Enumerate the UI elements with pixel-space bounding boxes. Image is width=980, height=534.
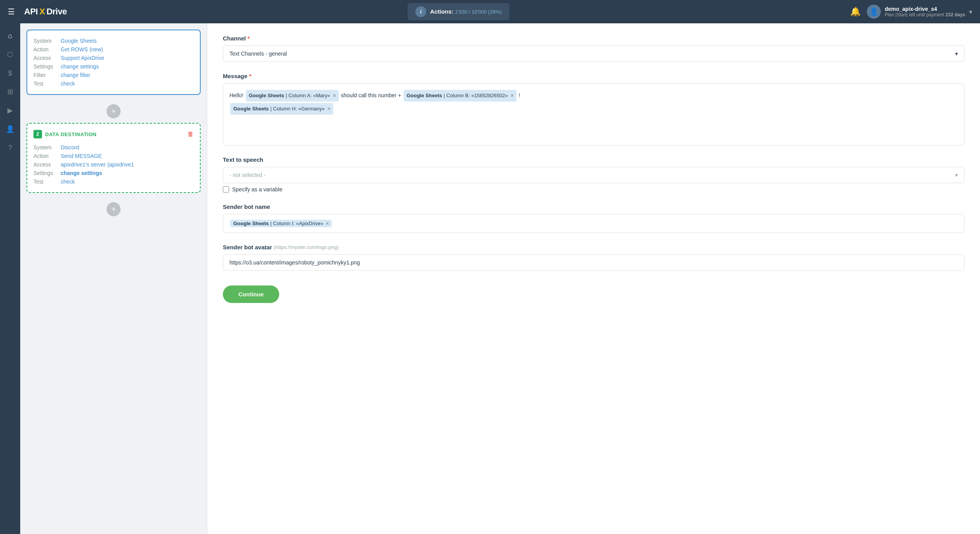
test-value[interactable]: check [61,81,75,87]
main-layout: ⌂ ⬡ $ ⊞ ▶ 👤 ? System Google Sheets Actio… [0,23,980,534]
actions-count: 2'930 / 10'000 (29%) [455,9,502,15]
message-hello: Hello! [229,92,245,98]
filter-label: Filter [33,72,61,78]
header: ☰ APIXDrive i Actions: 2'930 / 10'000 (2… [0,0,980,23]
chevron-down-icon[interactable]: ▾ [969,8,972,16]
channel-dropdown[interactable]: Text Channels - general ▾ [223,46,964,62]
sidebar-item-apps[interactable]: ⊞ [2,84,18,100]
dest-system-value[interactable]: Discord [61,144,79,151]
bell-icon[interactable]: 🔔 [850,7,861,17]
settings-value[interactable]: change settings [61,63,99,70]
add-connector-1: + [26,101,201,121]
dest-row-action: Action Send MESSAGE [33,152,194,160]
message-chip-1[interactable]: Google Sheets | Column A: «Mary» ✕ [246,90,339,102]
dest-settings-value[interactable]: change settings [61,170,102,176]
user-details: demo_apix-drive_s4 Plan |Start| left unt… [885,6,965,18]
chip-close-2[interactable]: ✕ [510,91,514,100]
right-panel: Channel * Text Channels - general ▾ Mess… [207,23,980,534]
delete-icon[interactable]: 🗑 [187,131,194,138]
chip-col-2: | Column B: «15852826502» [444,91,508,101]
sidebar-item-help[interactable]: ? [2,140,18,156]
chip-col-3: | Column H: «Germany» [270,104,325,114]
sidebar-item-video[interactable]: ▶ [2,103,18,118]
destination-card: 2 DATA DESTINATION 🗑 System Discord Acti… [26,123,201,193]
settings-label: Settings [33,63,61,70]
dest-access-value[interactable]: apixdrive1's server (apixdrive1 [61,161,134,168]
action-value[interactable]: Get ROWS (new) [61,46,103,53]
avatar: 👤 [867,5,881,19]
sender-bot-avatar-input[interactable] [223,254,964,271]
message-chip-2[interactable]: Google Sheets | Column B: «15852826502» … [404,90,516,102]
dest-test-value[interactable]: check [61,179,75,185]
add-button-1[interactable]: + [107,104,121,118]
specify-variable-checkbox[interactable] [223,186,229,193]
dest-action-label: Action [33,153,61,159]
message-required-star: * [249,73,251,79]
dest-action-value[interactable]: Send MESSAGE [61,153,102,159]
sender-chip-service: Google Sheets [233,221,269,226]
text-to-speech-dropdown[interactable]: - not selected - ▾ [223,167,964,183]
message-label: Message * [223,73,964,79]
specify-variable-label: Specify as a variable [232,186,282,193]
access-label: Access [33,55,61,61]
required-star: * [247,35,250,42]
chip-close-1[interactable]: ✕ [332,91,336,100]
actions-info: Actions: 2'930 / 10'000 (29%) [430,8,502,15]
user-plan: Plan |Start| left until payment 232 days [885,12,965,18]
sender-bot-name-section: Sender bot name Google Sheets | Column I… [223,203,964,233]
dest-settings-label: Settings [33,170,61,176]
logo-api: API [24,7,38,17]
card-row-test: Test check [33,79,194,88]
menu-icon[interactable]: ☰ [8,7,15,16]
user-info[interactable]: 👤 demo_apix-drive_s4 Plan |Start| left u… [867,5,972,19]
sender-bot-name-input[interactable]: Google Sheets | Column I: «ApixDrive» ✕ [223,214,964,233]
add-button-2[interactable]: + [107,202,121,216]
text-to-speech-label: Text to speech [223,156,964,163]
sender-bot-chip[interactable]: Google Sheets | Column I: «ApixDrive» ✕ [230,220,332,227]
add-connector-2: + [26,199,201,219]
sidebar-item-billing[interactable]: $ [2,65,18,81]
card-row-system: System Google Sheets [33,37,194,45]
chip-col-1: | Column A: «Mary» [286,91,330,101]
chip-service-1: Google Sheets [249,91,284,101]
chip-close-3[interactable]: ✕ [327,104,331,114]
channel-section: Channel * Text Channels - general ▾ [223,35,964,62]
access-value[interactable]: Support ApixDrive [61,55,104,61]
filter-value[interactable]: change filter [61,72,90,78]
sender-chip-col: | Column I: «ApixDrive» [270,221,323,226]
header-right: 🔔 👤 demo_apix-drive_s4 Plan |Start| left… [850,5,972,19]
info-icon: i [415,6,426,17]
destination-header: 2 DATA DESTINATION 🗑 [33,130,194,138]
left-panel: System Google Sheets Action Get ROWS (ne… [20,23,207,534]
header-center: i Actions: 2'930 / 10'000 (29%) [73,3,844,20]
system-value[interactable]: Google Sheets [61,38,97,44]
badge-label: DATA DESTINATION [45,131,96,137]
chip-service-3: Google Sheets [233,104,269,114]
dest-row-system: System Discord [33,143,194,152]
message-area[interactable]: Hello! Google Sheets | Column A: «Mary» … [223,83,964,145]
channel-chevron-icon: ▾ [955,51,958,57]
dest-row-access: Access apixdrive1's server (apixdrive1 [33,160,194,169]
continue-button[interactable]: Continue [223,285,279,303]
user-name: demo_apix-drive_s4 [885,6,965,12]
channel-label: Channel * [223,35,964,42]
sidebar-item-home[interactable]: ⌂ [2,28,18,44]
text-to-speech-section: Text to speech - not selected - ▾ Specif… [223,156,964,193]
system-label: System [33,38,61,44]
chip-service-2: Google Sheets [407,91,442,101]
actions-label: Actions: [430,8,453,15]
sidebar-item-user[interactable]: 👤 [2,121,18,137]
text-to-speech-value: - not selected - [229,172,266,178]
message-chip-3[interactable]: Google Sheets | Column H: «Germany» ✕ [230,103,333,115]
sender-chip-close[interactable]: ✕ [326,221,329,226]
logo-x: X [39,7,45,17]
card-row-filter: Filter change filter [33,71,194,79]
action-label: Action [33,46,61,53]
actions-badge: i Actions: 2'930 / 10'000 (29%) [408,3,509,20]
sidebar-item-diagram[interactable]: ⬡ [2,47,18,62]
dest-row-settings: Settings change settings [33,169,194,177]
sender-bot-avatar-section: Sender bot avatar (https://mysite.com/lo… [223,244,964,271]
sender-bot-avatar-label: Sender bot avatar (https://mysite.com/lo… [223,244,964,250]
test-label: Test [33,81,61,87]
destination-badge: 2 DATA DESTINATION [33,130,96,138]
